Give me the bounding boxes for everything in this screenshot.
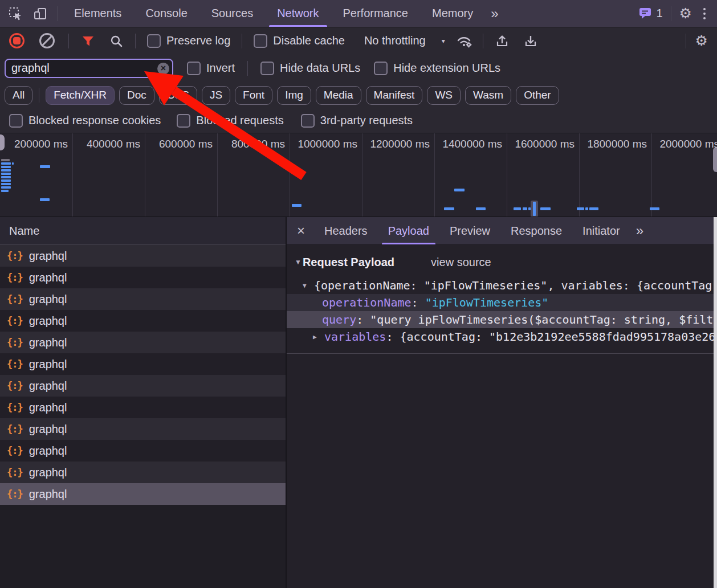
payload-row[interactable]: ▼{operationName: "ipFlowTimeseries", var…: [287, 277, 717, 294]
tab-network[interactable]: Network: [265, 0, 331, 27]
request-row[interactable]: {:}graphql: [0, 440, 286, 462]
disclosure-triangle[interactable]: ▼: [303, 282, 314, 289]
filter-input[interactable]: [5, 59, 173, 78]
hide-extension-urls-checkbox[interactable]: [374, 62, 388, 75]
payload-row[interactable]: ▶variables: {accountTag: "b12e3b2192ee55…: [287, 328, 717, 345]
waterfall-bar: [1, 190, 9, 192]
view-source-link[interactable]: view source: [431, 256, 491, 269]
filter-funnel-icon[interactable]: [78, 31, 97, 51]
waterfall-bar: [1, 169, 11, 172]
type-chip-fetch-xhr[interactable]: Fetch/XHR: [46, 86, 115, 105]
settings-gear-icon[interactable]: ⚙: [679, 6, 692, 21]
disclosure-triangle[interactable]: ▼: [295, 258, 302, 266]
type-chip-media[interactable]: Media: [316, 86, 361, 105]
disclosure-triangle[interactable]: ▶: [313, 333, 324, 341]
waterfall-tick-label: 200000 ms: [14, 138, 68, 150]
type-chip-js[interactable]: JS: [202, 86, 230, 105]
payload-row[interactable]: query: "query ipFlowTimeseries($accountT…: [287, 311, 717, 328]
request-row[interactable]: {:}graphql: [0, 245, 286, 267]
type-chip-css[interactable]: CSS: [159, 86, 197, 105]
more-tabs-icon[interactable]: »: [485, 6, 503, 22]
overview-left-handle[interactable]: [0, 134, 5, 150]
type-chip-font[interactable]: Font: [235, 86, 272, 105]
tab-memory[interactable]: Memory: [420, 0, 485, 27]
type-chip-img[interactable]: Img: [277, 86, 311, 105]
export-har-download-icon[interactable]: [521, 31, 540, 51]
request-row[interactable]: {:}graphql: [0, 375, 286, 397]
request-row[interactable]: {:}graphql: [0, 418, 286, 440]
kebab-menu-icon[interactable]: [700, 8, 709, 19]
request-row[interactable]: {:}graphql: [0, 462, 286, 483]
name-column-header[interactable]: Name: [0, 217, 286, 245]
invert-checkbox[interactable]: [187, 62, 201, 75]
request-row[interactable]: {:}graphql: [0, 332, 286, 353]
divider: [483, 34, 483, 48]
network-settings-gear-icon[interactable]: ⚙: [695, 34, 708, 48]
payload-row[interactable]: operationName: "ipFlowTimeseries": [287, 294, 717, 311]
type-chip-other[interactable]: Other: [516, 86, 559, 105]
more-details-tabs-icon[interactable]: »: [630, 223, 648, 239]
detail-tab-headers[interactable]: Headers: [314, 217, 378, 244]
waterfall-tick-label: 800000 ms: [231, 138, 285, 150]
json-braces-icon: {:}: [7, 250, 23, 262]
detail-tab-response[interactable]: Response: [500, 217, 572, 244]
hide-data-urls-label: Hide data URLs: [280, 62, 360, 75]
clear-filter-icon[interactable]: ×: [157, 63, 169, 75]
payload-text: :: [386, 330, 400, 344]
inspect-cursor-icon[interactable]: [6, 4, 25, 23]
blocked-requests-label: Blocked requests: [196, 114, 283, 127]
waterfall-bar: [444, 207, 454, 210]
request-row[interactable]: {:}graphql: [0, 267, 286, 288]
request-name: graphql: [29, 423, 67, 436]
tab-elements[interactable]: Elements: [62, 0, 133, 27]
network-conditions-icon[interactable]: [454, 31, 474, 51]
type-chip-all[interactable]: All: [5, 86, 32, 105]
blocked-response-cookies-checkbox[interactable]: [9, 114, 23, 128]
blocked-requests-checkbox[interactable]: [177, 114, 190, 128]
type-chip-ws[interactable]: WS: [427, 86, 461, 105]
detail-tab-preview[interactable]: Preview: [439, 217, 500, 244]
close-icon[interactable]: ×: [287, 224, 314, 238]
import-har-upload-icon[interactable]: [492, 31, 512, 51]
record-network-log-icon[interactable]: [9, 33, 25, 48]
blocked-filter-group: 3rd-party requests: [301, 114, 413, 128]
clear-network-log-icon[interactable]: [39, 33, 55, 48]
payload-text: "ipFlowTimeseries": [425, 296, 549, 309]
type-chip-doc[interactable]: Doc: [119, 86, 154, 105]
payload-text: {operationName: "ipFlowTimeseries", vari…: [314, 279, 712, 292]
json-braces-icon: {:}: [7, 358, 23, 370]
request-name: graphql: [29, 444, 67, 458]
topbar-right: 1 ⚙: [638, 6, 717, 21]
device-toolbar-icon[interactable]: [31, 4, 50, 23]
tab-console[interactable]: Console: [133, 0, 199, 27]
search-icon[interactable]: [107, 31, 126, 51]
waterfall-gridline: [651, 133, 652, 217]
waterfall-gridline: [362, 133, 362, 217]
waterfall-bar: [514, 207, 521, 210]
request-row[interactable]: {:}graphql: [0, 310, 286, 332]
waterfall-bar: [476, 207, 486, 210]
request-name: graphql: [29, 336, 67, 349]
window-edge: [714, 217, 717, 588]
preserve-log-checkbox[interactable]: [147, 34, 161, 48]
tab-sources[interactable]: Sources: [199, 0, 265, 27]
issues-message-icon[interactable]: 1: [638, 7, 662, 20]
detail-tab-initiator[interactable]: Initiator: [572, 217, 630, 244]
type-chip-wasm[interactable]: Wasm: [465, 86, 511, 105]
waterfall-overview[interactable]: 200000 ms400000 ms600000 ms800000 ms1000…: [0, 133, 717, 217]
request-payload-section-header[interactable]: ▼ Request Payload view source: [295, 253, 717, 271]
throttling-select[interactable]: No throttling ▾: [358, 34, 445, 47]
request-row[interactable]: {:}graphql: [0, 397, 286, 418]
waterfall-bar: [650, 207, 659, 210]
waterfall-tick-label: 1200000 ms: [370, 138, 430, 150]
tab-performance[interactable]: Performance: [331, 0, 421, 27]
disable-cache-checkbox[interactable]: [254, 34, 267, 48]
request-row[interactable]: {:}graphql: [0, 288, 286, 310]
request-row[interactable]: {:}graphql: [0, 483, 286, 505]
hide-data-urls-checkbox[interactable]: [260, 62, 274, 75]
type-chip-manifest[interactable]: Manifest: [366, 86, 423, 105]
overview-right-handle[interactable]: [713, 147, 717, 172]
request-row[interactable]: {:}graphql: [0, 353, 286, 375]
detail-tab-payload[interactable]: Payload: [378, 217, 439, 244]
3rd-party-requests-checkbox[interactable]: [301, 114, 315, 128]
